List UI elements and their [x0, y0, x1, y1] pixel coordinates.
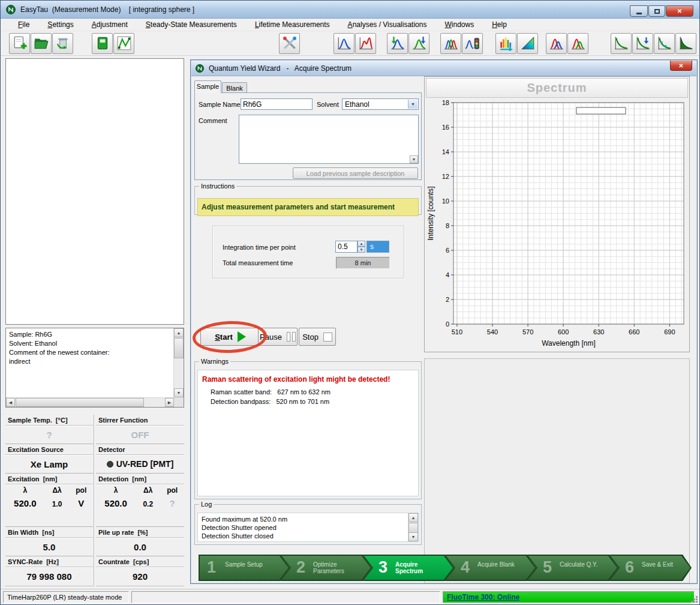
- countrate-label: Countrate [cps]: [96, 556, 184, 567]
- menu-file[interactable]: File: [9, 19, 38, 30]
- menu-steady-state[interactable]: Steady-State Measurements: [137, 19, 246, 30]
- warnings-groupbox: Warnings Raman scattering of excitation …: [194, 358, 422, 499]
- spectrum-plot-svg: 510540570600630660690024681012141618Wave…: [425, 99, 689, 350]
- menu-settings[interactable]: Settings: [38, 19, 82, 30]
- scroll-up-icon[interactable]: ▲: [174, 328, 184, 337]
- spin-up-icon[interactable]: ▲: [357, 241, 365, 247]
- load-previous-sample-button[interactable]: Load previous sample description: [293, 167, 418, 179]
- decay-filled-button[interactable]: [675, 33, 696, 54]
- new-measurement-button[interactable]: [9, 33, 30, 54]
- warning-line: Detection bandpass: 520 nm to 701 nm: [211, 397, 418, 406]
- integration-time-stepper[interactable]: ▲ ▼: [357, 241, 365, 253]
- anisotropy-red-green-button[interactable]: [567, 33, 588, 54]
- anisotropy-red-blue-icon: [549, 35, 564, 51]
- svg-text:14: 14: [442, 148, 449, 155]
- info-horizontal-scrollbar[interactable]: ◀ ▶: [6, 397, 174, 407]
- scroll-right-icon[interactable]: ▶: [165, 398, 174, 407]
- integration-unit-select[interactable]: s: [366, 241, 389, 253]
- decay-acquire-button[interactable]: [632, 33, 653, 54]
- emission-scan-button[interactable]: [408, 33, 429, 54]
- chevron-down-icon[interactable]: ▼: [408, 100, 417, 109]
- excitation-label: Excitation [nm]: [5, 474, 93, 484]
- scroll-down-icon[interactable]: ▼: [408, 532, 418, 541]
- scroll-thumb[interactable]: [174, 338, 184, 358]
- menu-windows[interactable]: Windows: [435, 19, 483, 30]
- step-2-optimize-parameters[interactable]: 2 Optimize Parameters: [281, 555, 372, 581]
- excitation-scan-button[interactable]: [387, 33, 408, 54]
- excitation-source-value: Xe Lamp: [5, 459, 93, 469]
- maximize-button[interactable]: [648, 5, 665, 17]
- pileup-panel: Pile up rate [%] 0.0: [96, 527, 184, 556]
- minimize-button[interactable]: [630, 5, 648, 17]
- resize-grip-icon[interactable]: [691, 596, 698, 603]
- tab-sample[interactable]: Sample: [194, 80, 221, 93]
- step-3-acquire-spectrum[interactable]: 3 Acquire Spectrum: [363, 555, 454, 581]
- svg-text:10: 10: [442, 197, 449, 205]
- trace-editor-icon: [116, 35, 132, 51]
- step-1-sample-setup[interactable]: 1 Sample Setup: [199, 555, 290, 581]
- spin-down-icon[interactable]: ▼: [357, 247, 365, 253]
- sample-changer-button[interactable]: [92, 33, 113, 54]
- menu-analyses[interactable]: Analyses / Visualisations: [339, 19, 436, 30]
- info-vertical-scrollbar[interactable]: ▲ ▼: [173, 328, 184, 397]
- kinetics-traffic-light-button[interactable]: [462, 33, 483, 54]
- menu-adjustment[interactable]: Adjustment: [83, 19, 137, 30]
- comment-scroll-down-icon[interactable]: ▼: [410, 155, 418, 163]
- secondary-display-panel: [424, 358, 690, 583]
- scroll-thumb[interactable]: [16, 398, 144, 407]
- stop-button[interactable]: Stop: [299, 328, 336, 346]
- integration-time-input[interactable]: [335, 241, 357, 253]
- warnings-content: Raman scattering of excitation light mig…: [197, 370, 419, 496]
- parameters-panel: Integration time per point ▲ ▼ s Total m…: [212, 226, 404, 278]
- comment-textarea[interactable]: [239, 115, 419, 164]
- trace-editor-button[interactable]: [113, 33, 134, 54]
- scroll-up-icon[interactable]: ▲: [408, 513, 418, 522]
- delete-button[interactable]: [52, 33, 73, 54]
- emission-spectrum-button[interactable]: [355, 33, 376, 54]
- wizard-close-button[interactable]: ✕: [670, 61, 692, 71]
- bin-width-value: 5.0: [5, 542, 93, 552]
- time-resolved-spectra-button[interactable]: [495, 33, 516, 54]
- decay-markers-button[interactable]: [654, 33, 675, 54]
- pol-header: pol: [160, 486, 184, 495]
- step-6-save-exit[interactable]: 6 Save & Exit: [609, 555, 692, 581]
- gradient-map-button[interactable]: [517, 33, 538, 54]
- sample-name-input[interactable]: [241, 98, 313, 110]
- excitation-spectrum-button[interactable]: [334, 33, 354, 54]
- step-label: Calculate Q.Y.: [560, 561, 608, 568]
- menu-help[interactable]: Help: [483, 19, 516, 30]
- open-folder-button[interactable]: [31, 33, 52, 54]
- status-divider: [94, 415, 94, 586]
- decay-acquire-icon: [635, 35, 651, 51]
- anisotropy-red-blue-button[interactable]: [546, 33, 567, 54]
- decay-curve-button[interactable]: [611, 33, 632, 54]
- log-scrollbar[interactable]: ▲ ▼: [408, 513, 418, 541]
- scrollbar-corner: [174, 397, 184, 407]
- multi-spectra-button[interactable]: [440, 33, 461, 54]
- sample-name-label: Sample Name: [199, 101, 241, 108]
- sync-rate-panel: SYNC-Rate [Hz] 79 998 080: [5, 556, 93, 586]
- svg-text:510: 510: [452, 328, 462, 336]
- measurement-list[interactable]: [5, 58, 184, 325]
- open-folder-icon: [34, 35, 49, 51]
- scroll-left-icon[interactable]: ◀: [6, 398, 15, 407]
- step-number: 1: [207, 558, 216, 577]
- excitation-dlambda: 1.0: [45, 500, 70, 508]
- step-5-calculate-qy[interactable]: 5 Calculate Q.Y.: [527, 555, 618, 581]
- decay-curve-icon: [614, 35, 629, 51]
- solvent-select[interactable]: Ethanol ▼: [342, 98, 419, 110]
- detector-panel: Detector UV-RED [PMT]: [96, 444, 184, 474]
- close-button[interactable]: ✕: [666, 5, 693, 17]
- scroll-down-icon[interactable]: ▼: [174, 388, 184, 397]
- step-4-acquire-blank[interactable]: 4 Acquire Blank: [445, 555, 536, 581]
- step-label: Save & Exit: [642, 561, 690, 568]
- menu-lifetime[interactable]: Lifetime Measurements: [246, 19, 339, 30]
- sample-temp-label: Sample Temp. [°C]: [5, 415, 93, 426]
- titlebar: EasyTau (Measurement Mode) [ integrating…: [1, 1, 699, 19]
- sync-rate-label: SYNC-Rate [Hz]: [5, 556, 93, 567]
- tab-blank[interactable]: Blank: [222, 82, 247, 92]
- adjustment-tools-button[interactable]: [279, 33, 300, 54]
- pileup-value: 0.0: [96, 542, 184, 552]
- svg-text:0: 0: [446, 321, 449, 328]
- dlambda-header: Δλ: [45, 486, 70, 495]
